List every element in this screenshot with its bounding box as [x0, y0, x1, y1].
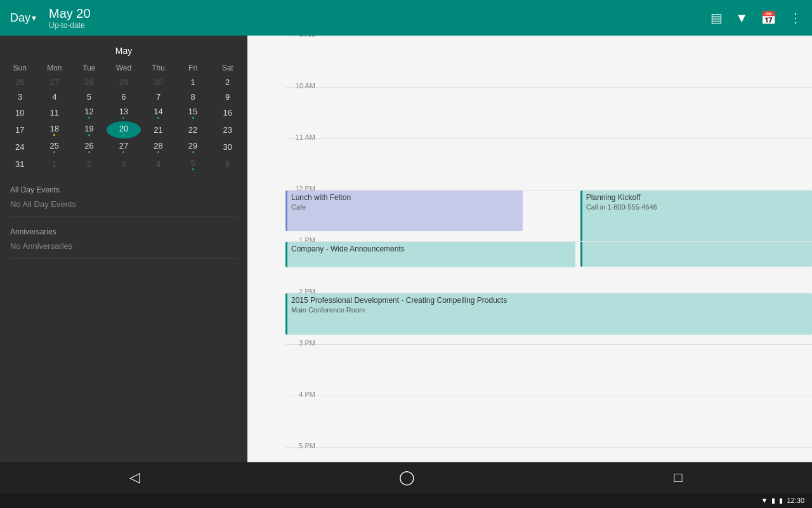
- calendar-cell[interactable]: 18: [37, 121, 72, 138]
- divider-1: [10, 217, 237, 217]
- top-bar: Day ▾ May 20 Up-to-date ▤ ▼ 📅 ⋮: [0, 0, 812, 36]
- calendar-cell[interactable]: 6: [107, 90, 141, 104]
- date-title: May 20: [49, 6, 91, 21]
- back-button[interactable]: ◁: [129, 469, 140, 486]
- time-slot-4pm: 4 PM: [285, 396, 812, 447]
- time-content-10am: [285, 88, 812, 138]
- calendar-cell[interactable]: 30: [210, 138, 245, 156]
- event-lunch-felton[interactable]: Lunch with Felton Cafe: [285, 190, 523, 231]
- bottom-nav: ◁ ◯ □: [0, 462, 812, 493]
- calendar-cell[interactable]: 28: [141, 138, 176, 156]
- event-pd-title: 2015 Professional Development - Creating…: [291, 296, 808, 305]
- time-slot-1pm: 1 PM Company - Wide Announcements: [285, 241, 812, 293]
- time-slot-10am: 10 AM: [285, 87, 812, 138]
- time-slot-5pm: 5 PM: [285, 447, 812, 462]
- col-wed: Wed: [107, 61, 141, 75]
- time-content-4pm: [285, 396, 812, 447]
- col-fri: Fri: [176, 61, 211, 75]
- battery-icon: ▮: [779, 497, 783, 505]
- date-subtitle: Up-to-date: [49, 21, 91, 30]
- calendar-cell[interactable]: 16: [210, 104, 245, 121]
- calendar-cell[interactable]: 15: [176, 104, 211, 121]
- calendar-cell[interactable]: 3: [3, 90, 37, 104]
- col-tue: Tue: [72, 61, 107, 75]
- time-content-5pm: [285, 448, 812, 462]
- calendar-cell[interactable]: 9: [210, 90, 245, 104]
- col-mon: Mon: [37, 61, 72, 75]
- status-bar: ▼ ▮ ▮ 12:30: [0, 493, 812, 508]
- calendar-cell[interactable]: 4: [37, 90, 72, 104]
- time-slot-9am: 9 AM: [285, 36, 812, 87]
- calendar-cell[interactable]: 27: [107, 138, 141, 156]
- time-slot-3pm: 3 PM: [285, 344, 812, 396]
- mini-calendar: May Sun Mon Tue Wed Thu Fri Sat 26272829…: [0, 36, 247, 178]
- calendar-cell[interactable]: 27: [37, 75, 72, 90]
- day-view: 9 AM 10 AM 11 AM 12 PM Lunch with Felton: [247, 36, 812, 462]
- time-content-12pm: Lunch with Felton Cafe Planning Kickoff …: [285, 190, 812, 241]
- calendar-grid: Sun Mon Tue Wed Thu Fri Sat 262728293012…: [3, 61, 245, 173]
- event-pd-location: Main Conference Room: [291, 306, 808, 314]
- calendar-cell[interactable]: 21: [141, 121, 176, 138]
- time-grid: 9 AM 10 AM 11 AM 12 PM Lunch with Felton: [247, 36, 812, 462]
- calendar-cell[interactable]: 3: [107, 156, 141, 173]
- event-company-title: Company - Wide Announcements: [291, 244, 572, 253]
- download-icon[interactable]: ▼: [735, 11, 748, 25]
- time-content-2pm: 2015 Professional Development - Creating…: [285, 293, 812, 344]
- calendar-icon[interactable]: 📅: [761, 10, 776, 25]
- calendar-cell[interactable]: 29: [176, 138, 211, 156]
- add-event-icon[interactable]: ▤: [710, 10, 723, 25]
- event-professional-development[interactable]: 2015 Professional Development - Creating…: [285, 293, 812, 335]
- calendar-cell[interactable]: 20: [107, 121, 141, 138]
- divider-2: [10, 258, 237, 259]
- time-slot-2pm: 2 PM 2015 Professional Development - Cre…: [285, 293, 812, 344]
- time-slot-12pm: 12 PM Lunch with Felton Cafe Planning Ki…: [285, 190, 812, 241]
- recents-button[interactable]: □: [674, 469, 683, 486]
- left-panel: May Sun Mon Tue Wed Thu Fri Sat 26272829…: [0, 36, 247, 462]
- calendar-cell[interactable]: 2: [72, 156, 107, 173]
- calendar-cell[interactable]: 10: [3, 104, 37, 121]
- calendar-cell[interactable]: 5: [176, 156, 211, 173]
- calendar-cell[interactable]: 30: [141, 75, 176, 90]
- anniversaries-label: Anniversaries: [0, 220, 247, 239]
- calendar-cell[interactable]: 19: [72, 121, 107, 138]
- calendar-cell[interactable]: 12: [72, 104, 107, 121]
- view-dropdown[interactable]: Day ▾: [10, 11, 36, 25]
- calendar-cell[interactable]: 23: [210, 121, 245, 138]
- calendar-cell[interactable]: 2: [210, 75, 245, 90]
- calendar-cell[interactable]: 26: [72, 138, 107, 156]
- calendar-cell[interactable]: 25: [37, 138, 72, 156]
- calendar-cell[interactable]: 13: [107, 104, 141, 121]
- calendar-cell[interactable]: 31: [3, 156, 37, 173]
- event-planning-title: Planning Kickoff: [586, 193, 808, 202]
- col-sun: Sun: [3, 61, 37, 75]
- home-button[interactable]: ◯: [399, 469, 415, 486]
- calendar-cell[interactable]: 29: [107, 75, 141, 90]
- calendar-cell[interactable]: 28: [72, 75, 107, 90]
- top-bar-right: ▤ ▼ 📅 ⋮: [710, 10, 802, 25]
- dropdown-arrow-icon: ▾: [32, 13, 36, 23]
- calendar-cell[interactable]: 4: [141, 156, 176, 173]
- anniversaries-content: No Anniversaries: [0, 239, 247, 256]
- event-company-announcements[interactable]: Company - Wide Announcements: [285, 242, 575, 267]
- calendar-month-label: May: [3, 41, 245, 61]
- signal-icon: ▮: [771, 497, 775, 505]
- calendar-cell[interactable]: 1: [37, 156, 72, 173]
- wifi-icon: ▼: [761, 497, 768, 504]
- calendar-cell[interactable]: 14: [141, 104, 176, 121]
- calendar-cell[interactable]: 11: [37, 104, 72, 121]
- more-options-icon[interactable]: ⋮: [789, 10, 802, 25]
- calendar-cell[interactable]: 1: [176, 75, 211, 90]
- calendar-cell[interactable]: 24: [3, 138, 37, 156]
- calendar-cell[interactable]: 6: [210, 156, 245, 173]
- date-section: May 20 Up-to-date: [49, 6, 91, 30]
- calendar-cell[interactable]: 17: [3, 121, 37, 138]
- calendar-cell[interactable]: 26: [3, 75, 37, 90]
- event-lunch-location: Cafe: [291, 203, 519, 211]
- calendar-cell[interactable]: 5: [72, 90, 107, 104]
- view-label: Day: [10, 11, 30, 25]
- time-content-1pm: Company - Wide Announcements: [285, 242, 812, 293]
- calendar-cell[interactable]: 8: [176, 90, 211, 104]
- calendar-cell[interactable]: 7: [141, 90, 176, 104]
- calendar-cell[interactable]: 22: [176, 121, 211, 138]
- time-slot-11am: 11 AM: [285, 138, 812, 190]
